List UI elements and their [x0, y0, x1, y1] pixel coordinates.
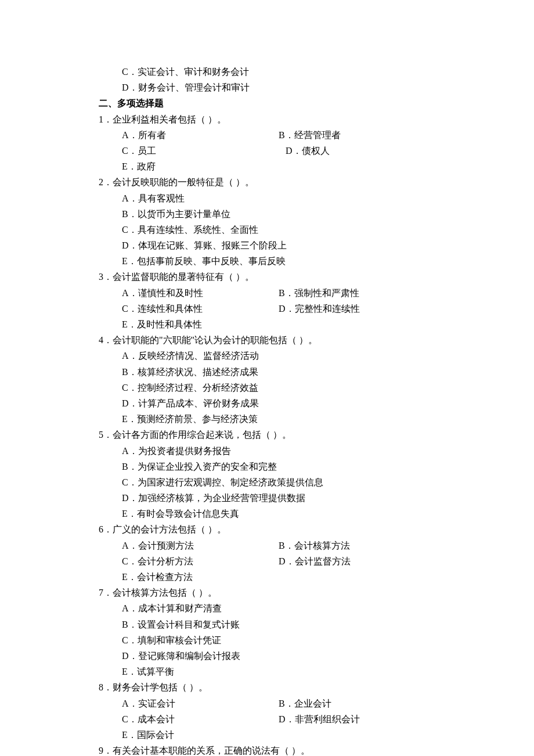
option-d: D．计算产品成本、评价财务成果	[99, 395, 435, 411]
option-a: A．反映经济情况、监督经济活动	[99, 348, 435, 363]
option-c-pre: C．实证会计、审计和财务会计	[99, 64, 435, 80]
option-c: C．员工	[122, 143, 279, 159]
option-d: D．体现在记账、算账、报账三个阶段上	[99, 237, 435, 253]
option-b: B．企业会计	[279, 696, 331, 711]
option-c: C．成本会计	[122, 711, 279, 727]
option-c: C．具有连续性、系统性、全面性	[99, 222, 435, 237]
option-row: C．员工 D．债权人	[99, 143, 435, 159]
option-row: A．谨慎性和及时性 B．强制性和严肃性	[99, 285, 435, 301]
option-c: C．连续性和具体性	[122, 301, 279, 316]
option-row: A．会计预测方法 B．会计核算方法	[99, 538, 435, 553]
question-stem: 8．财务会计学包括（ ）。	[99, 679, 435, 695]
option-e: E．国际会计	[99, 727, 435, 743]
option-b: B．为保证企业投入资产的安全和完整	[99, 459, 435, 474]
option-b: B．会计核算方法	[279, 538, 350, 553]
option-c: C．填制和审核会计凭证	[99, 632, 435, 648]
option-a: A．所有者	[122, 127, 279, 143]
option-e: E．及时性和具体性	[99, 316, 435, 332]
option-c: C．会计分析方法	[122, 553, 279, 569]
question-stem: 5．会计各方面的作用综合起来说，包括（ ）。	[99, 427, 435, 442]
question-stem: 6．广义的会计方法包括（ ）。	[99, 521, 435, 537]
option-a: A．具有客观性	[99, 190, 435, 206]
option-d: D．非营利组织会计	[279, 711, 360, 727]
option-e: E．会计检查方法	[99, 569, 435, 585]
option-d: D．会计监督方法	[279, 553, 351, 569]
document-page: C．实证会计、审计和财务会计 D．财务会计、管理会计和审计 二、多项选择题 1．…	[0, 0, 534, 756]
question-stem: 7．会计核算方法包括（ ）。	[99, 585, 435, 600]
question-stem: 3．会计监督职能的显著特征有（ ）。	[99, 269, 435, 285]
option-b: B．经营管理者	[279, 127, 341, 143]
option-d-pre: D．财务会计、管理会计和审计	[99, 80, 435, 95]
option-row: C．连续性和具体性 D．完整性和连续性	[99, 301, 435, 316]
option-a: A．实证会计	[122, 696, 279, 711]
option-b: B．强制性和严肃性	[279, 285, 359, 301]
option-c: C．控制经济过程、分析经济效益	[99, 380, 435, 395]
option-row: C．会计分析方法 D．会计监督方法	[99, 553, 435, 569]
option-a: A．为投资者提供财务报告	[99, 443, 435, 459]
option-d: D．完整性和连续性	[279, 301, 360, 316]
question-stem: 1．企业利益相关者包括（ ）。	[99, 111, 435, 127]
option-e: E．政府	[99, 159, 435, 174]
question-stem: 9．有关会计基本职能的关系，正确的说法有（ ）。	[99, 743, 435, 756]
option-a: A．谨慎性和及时性	[122, 285, 279, 301]
section-heading: 二、多项选择题	[99, 95, 435, 111]
option-e: E．预测经济前景、参与经济决策	[99, 411, 435, 427]
option-d: D．债权人	[279, 143, 330, 159]
option-a: A．成本计算和财产清查	[99, 600, 435, 616]
option-row: C．成本会计 D．非营利组织会计	[99, 711, 435, 727]
option-b: B．核算经济状况、描述经济成果	[99, 364, 435, 380]
option-row: A．实证会计 B．企业会计	[99, 696, 435, 711]
option-a: A．会计预测方法	[122, 538, 279, 553]
question-stem: 4．会计职能的"六职能"论认为会计的职能包括（ ）。	[99, 332, 435, 348]
option-e: E．试算平衡	[99, 664, 435, 679]
question-stem: 2．会计反映职能的一般特征是（ ）。	[99, 174, 435, 190]
option-e: E．包括事前反映、事中反映、事后反映	[99, 253, 435, 269]
option-d: D．加强经济核算，为企业经营管理提供数据	[99, 490, 435, 506]
option-d: D．登记账簿和编制会计报表	[99, 648, 435, 664]
option-c: C．为国家进行宏观调控、制定经济政策提供信息	[99, 474, 435, 490]
option-b: B．设置会计科目和复式计账	[99, 617, 435, 632]
option-e: E．有时会导致会计信息失真	[99, 506, 435, 521]
option-row: A．所有者 B．经营管理者	[99, 127, 435, 143]
option-b: B．以货币为主要计量单位	[99, 206, 435, 222]
